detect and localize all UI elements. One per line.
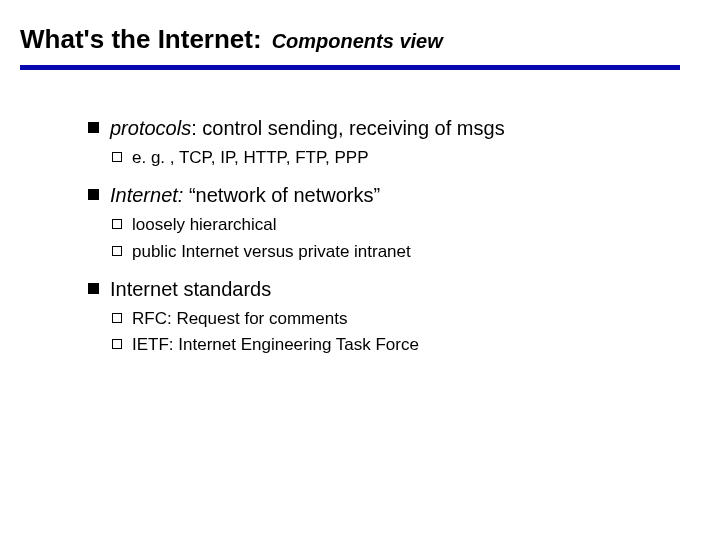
bullet-2-subs: loosely hierarchical public Internet ver… xyxy=(112,212,700,265)
sub-bullet: e. g. , TCP, IP, HTTP, FTP, PPP xyxy=(112,145,700,171)
sub-bullet: public Internet versus private intranet xyxy=(112,239,700,265)
title-rule xyxy=(20,65,680,70)
title-sub: Components view xyxy=(272,30,443,53)
bullet-3-rest: Internet standards xyxy=(110,278,271,300)
bullet-3: Internet standards xyxy=(88,275,700,304)
bullet-1-lead: protocols xyxy=(110,117,191,139)
title-row: What's the Internet: Components view xyxy=(20,24,700,55)
bullet-2-lead: Internet: xyxy=(110,184,183,206)
bullet-2-rest: “network of networks” xyxy=(183,184,380,206)
sub-bullet: IETF: Internet Engineering Task Force xyxy=(112,332,700,358)
bullet-3-subs: RFC: Request for comments IETF: Internet… xyxy=(112,306,700,359)
content: protocols: control sending, receiving of… xyxy=(88,114,700,359)
bullet-1-subs: e. g. , TCP, IP, HTTP, FTP, PPP xyxy=(112,145,700,171)
title-main: What's the Internet: xyxy=(20,24,262,55)
sub-bullet: RFC: Request for comments xyxy=(112,306,700,332)
bullet-1-rest: : control sending, receiving of msgs xyxy=(191,117,505,139)
bullet-2: Internet: “network of networks” xyxy=(88,181,700,210)
sub-bullet: loosely hierarchical xyxy=(112,212,700,238)
bullet-1: protocols: control sending, receiving of… xyxy=(88,114,700,143)
slide: What's the Internet: Components view pro… xyxy=(0,0,720,359)
